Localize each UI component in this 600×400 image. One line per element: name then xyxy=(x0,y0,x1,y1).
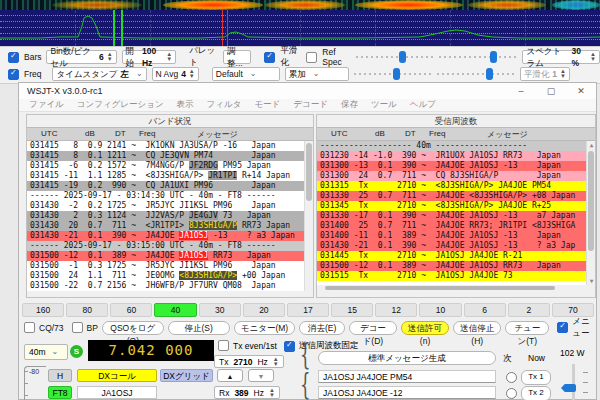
table-row[interactable]: 031430 -2 0.2 1725 ~ JR5JYC JI1KSL PM96 … xyxy=(27,201,313,211)
tx1-now-button[interactable]: Tx 1 xyxy=(521,370,551,385)
spin-arrows-icon[interactable]: ▲▼ xyxy=(189,69,195,79)
cumulate-dropdown[interactable]: 累加 xyxy=(285,67,349,81)
menu-item[interactable]: ファイル xyxy=(29,99,64,111)
mode-badge[interactable]: FT8 xyxy=(48,386,72,399)
spin-arrows-icon[interactable]: ▲▼ xyxy=(166,52,172,62)
tune-button[interactable]: チューン(T) xyxy=(505,321,549,335)
menu-item[interactable]: モード xyxy=(254,99,280,111)
table-row[interactable]: 031415 -19 0.2 990 ~ CQ JA1UXI PM96 Japa… xyxy=(27,181,313,191)
tx-freq-spinbox[interactable]: Tx2710Hz▲▼ xyxy=(214,355,284,368)
table-row[interactable]: 031500 -12 0.1 389 ~ JA4JOE JA1OSJ RR73 … xyxy=(317,261,595,271)
band-button-40[interactable]: 40 xyxy=(154,303,196,317)
decode-button[interactable]: デコード(D) xyxy=(349,321,397,335)
tx2-message-field[interactable]: JA1OSJ JA4JOE -12 xyxy=(318,386,496,399)
band-button-60[interactable]: 60 xyxy=(110,303,152,317)
frequency-display[interactable]: 7.042 000 xyxy=(88,340,214,361)
tx1-next-radio[interactable] xyxy=(506,372,517,383)
ref-spec-checkbox[interactable] xyxy=(306,52,317,63)
table-row[interactable]: 031300 -13 0.1 390 ~ JA4JOE JA1OSJ -13 J… xyxy=(317,161,595,171)
table-row[interactable]: 031500 -1 0.3 1725 ~ JR5JYC JI1KSL PM96 … xyxy=(27,261,313,271)
generate-std-msgs-button[interactable]: 標準メッセージ生成 xyxy=(318,351,496,365)
band-button-20[interactable]: 20 xyxy=(243,303,285,317)
waterfall-display[interactable] xyxy=(0,0,600,10)
dx-call-field[interactable]: JA1OSJ xyxy=(77,386,157,399)
flatten-checkbox[interactable] xyxy=(264,52,275,63)
band-button-80[interactable]: 80 xyxy=(66,303,108,317)
enable-tx-button[interactable]: 送信許可(n) xyxy=(401,321,449,335)
band-activity-list[interactable]: 031415 8 0.9 2141 ~ JK1OKN JA3USA/P -16 … xyxy=(27,141,313,291)
monitor-button[interactable]: モニター(M) xyxy=(234,321,296,335)
menu-item[interactable]: ツール xyxy=(371,99,397,111)
spin-arrows-icon[interactable]: ▲▼ xyxy=(590,52,596,62)
table-row[interactable]: 031415 -11 1.1 1285 ~ <8J3SHIGA/P> JR1TP… xyxy=(27,171,313,181)
menu-item[interactable]: コンフィグレーション xyxy=(77,99,164,111)
table-row[interactable]: ------ 2025-09-17 - 03:14:30 UTC - 40m -… xyxy=(27,191,313,201)
palette-dropdown[interactable]: Default xyxy=(212,67,280,81)
band-button-17[interactable]: 17 xyxy=(287,303,329,317)
spectrum-display[interactable] xyxy=(0,10,600,46)
table-row[interactable]: ------------------- 40m ----------------… xyxy=(317,141,595,151)
table-row[interactable]: 031345 Tx 2710 ~ <8J3SHIGA/P> JA4JOE R+2… xyxy=(317,201,595,211)
hold-button[interactable]: H xyxy=(48,369,72,382)
table-row[interactable]: 031400 25 0.7 711 ~ JA4JOE RR73; JR1TPI … xyxy=(317,221,595,231)
menu-item[interactable]: 表示 xyxy=(177,99,194,111)
freq-checkbox[interactable] xyxy=(8,69,19,80)
cq73-checkbox[interactable] xyxy=(24,322,35,333)
table-row[interactable]: ------ 2025-09-17 - 03:15:00 UTC - 40m -… xyxy=(27,241,313,251)
down-arrow-button[interactable]: ▼ xyxy=(248,369,274,382)
hold-tx-freq-checkbox[interactable] xyxy=(284,341,295,352)
log-qso-button[interactable]: QSOをログ(Q) xyxy=(102,321,164,335)
table-row[interactable]: 031230 -14 -1.0 390 ~ JR1UOX JA1OSJ RR73… xyxy=(317,151,595,161)
tx2-next-radio[interactable] xyxy=(506,388,517,399)
table-row[interactable]: 031430 -21 0.1 390 ~ JA4JOE JA1OSJ -13 ?… xyxy=(317,241,595,251)
table-row[interactable]: 031515 Tx 2710 ~ JA1OSJ JA4JOE 73 xyxy=(317,271,595,281)
band-button-10[interactable]: 10 xyxy=(419,303,461,317)
adjust-palette-button[interactable]: 調整... xyxy=(223,50,251,64)
spin-arrows-icon[interactable]: ▲▼ xyxy=(560,69,566,79)
spin-arrows-icon[interactable]: ▲▼ xyxy=(107,52,113,62)
table-row[interactable]: 031400 -11 0.1 389 ~ JA4JOE JA1OSJ -13 J… xyxy=(317,231,595,241)
spectrum-percent-spinbox[interactable]: スペクトラム30 %▲▼ xyxy=(522,50,600,64)
tab2-brace[interactable]: { xyxy=(300,366,310,400)
table-row[interactable]: 031430 -21 0.1 390 ~ JA4JOE JA1OSJ -13 ?… xyxy=(27,231,313,241)
table-row[interactable]: 031330 -17 0.1 390 ~ JA4JOE JA1OSJ -13 a… xyxy=(317,211,595,221)
menu-item[interactable]: ヘルプ xyxy=(410,99,436,111)
table-row[interactable]: 031445 Tx 2710 ~ JA1OSJ JA4JOE R-21 xyxy=(317,251,595,261)
horizontal-scrollbar[interactable] xyxy=(317,285,595,291)
band-button-160[interactable]: 160 xyxy=(22,303,64,317)
table-row[interactable]: 031430 20 0.7 711 ~ <JR1TPI> 8J3SHIGA/P … xyxy=(27,221,313,231)
band-select-dropdown[interactable]: 40m xyxy=(24,344,68,360)
window-titlebar[interactable]: WSJT-X v3.0.0-rc1 – ▢ ✕ xyxy=(19,83,596,99)
maximize-icon[interactable]: ▢ xyxy=(536,83,566,99)
spin-arrows-icon[interactable]: ▲▼ xyxy=(273,357,279,367)
table-row[interactable]: 031415 -6 0.2 1572 ~ 7M4NGG/P JF2RDG PM9… xyxy=(27,161,313,171)
tx1-message-field[interactable]: JA1OSJ JA4JOE PM54 xyxy=(318,370,496,383)
menu-item[interactable]: フィルタ xyxy=(207,99,242,111)
halt-tx-button[interactable]: 送信停止(H) xyxy=(453,321,501,335)
stop-button[interactable]: 停止(S) xyxy=(168,321,230,335)
timestamp-dropdown[interactable]: タイムスタンプ左 xyxy=(52,67,146,81)
table-row[interactable]: 031330 25 0.7 711 ~ JA4JOE <8J3SHIGA/P> … xyxy=(317,191,595,201)
rx-freq-spinbox[interactable]: Rx389Hz▲▼ xyxy=(214,386,280,399)
vertical-scrollbar[interactable] xyxy=(304,141,313,291)
band-button-30[interactable]: 30 xyxy=(199,303,241,317)
smooth-spinbox[interactable]: 平滑化1▲▼ xyxy=(520,67,570,81)
spin-arrows-icon[interactable]: ▲▼ xyxy=(269,388,275,398)
vertical-scrollbar[interactable]: ▲▼ xyxy=(586,141,595,285)
minimize-icon[interactable]: – xyxy=(506,83,536,99)
table-row[interactable]: 031500 -12 0.1 389 ~ JA4JOE JA1OSJ RR73 … xyxy=(27,251,313,261)
bp-checkbox[interactable] xyxy=(72,322,83,333)
menu-item[interactable]: 保存 xyxy=(341,99,358,111)
table-row[interactable]: 031415 8 0.9 2141 ~ JK1OKN JA3USA/P -16 … xyxy=(27,141,313,151)
tx-even-checkbox[interactable] xyxy=(218,340,229,351)
menus-checkbox[interactable] xyxy=(557,322,568,333)
bars-checkbox[interactable] xyxy=(8,52,19,63)
rx-frequency-list[interactable]: ------------------- 40m ----------------… xyxy=(317,141,595,285)
table-row[interactable]: 031430 2 0.3 1124 ~ JJ2VAS/P JE4GJV 73 J… xyxy=(27,211,313,221)
band-button-6[interactable]: 6 xyxy=(464,303,506,317)
menu-item[interactable]: デコード xyxy=(293,99,328,111)
tx2-now-button[interactable]: Tx 2 xyxy=(521,386,551,400)
power-slider-track[interactable] xyxy=(572,364,575,400)
gain-slider[interactable] xyxy=(356,51,434,63)
erase-button[interactable]: 消去(E) xyxy=(299,321,344,335)
